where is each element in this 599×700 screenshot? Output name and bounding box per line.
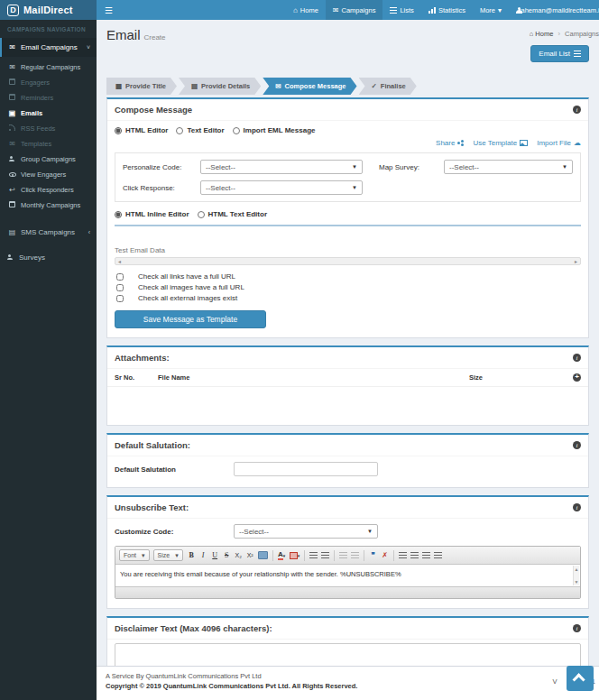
insert-table-icon[interactable]: ▾ [289, 550, 301, 561]
check-links-checkbox[interactable] [116, 273, 124, 281]
superscript-icon[interactable]: X² [245, 550, 255, 561]
breadcrumb: ⌂ Home › Campaigns [530, 30, 599, 38]
nav-user-menu[interactable]: raheman@maildirectteam.in [509, 0, 599, 20]
nav-campaigns[interactable]: ✉ Campaigns [326, 0, 383, 20]
font-dropdown[interactable]: Font ▾ [119, 549, 150, 561]
html-editor-label[interactable]: HTML Editor [125, 126, 168, 134]
share-link[interactable]: Share [436, 139, 464, 147]
import-eml-radio[interactable] [233, 127, 240, 134]
remove-format-icon[interactable]: ✗ [380, 550, 390, 561]
list-icon [574, 51, 581, 57]
indent-icon[interactable] [350, 550, 360, 561]
subscript-icon[interactable]: X₂ [234, 550, 244, 561]
sidebar-item-monthly-campaigns[interactable]: Monthly Campaigns [0, 198, 97, 213]
unsubscribe-text-editor-body[interactable]: You are receiving this email because of … [115, 565, 580, 586]
info-icon[interactable]: i [573, 503, 581, 511]
sidebar-item-email-campaigns[interactable]: ✉ Email Campaigns ˅ [0, 38, 97, 57]
info-icon[interactable]: i [573, 624, 581, 632]
nav-lists[interactable]: Lists [382, 0, 420, 20]
info-icon[interactable]: i [573, 441, 581, 449]
html-editor-radio[interactable] [115, 127, 122, 134]
sidebar-item-regular-campaigns[interactable]: ✉ Regular Campaigns [0, 60, 97, 75]
underline-icon[interactable]: U [210, 550, 220, 561]
scroll-left-icon[interactable]: ◄ [117, 259, 122, 264]
breadcrumb-home[interactable]: Home [535, 30, 553, 38]
email-list-button[interactable]: Email List [530, 45, 589, 62]
align-right-icon[interactable] [421, 550, 431, 561]
sidebar-item-label: View Engagers [21, 170, 66, 179]
tab-finalise[interactable]: ✓ Finalise [359, 78, 417, 95]
tab-provide-details[interactable]: ▤ Provide Details [179, 78, 261, 95]
unordered-list-icon[interactable] [320, 550, 330, 561]
align-justify-icon[interactable] [433, 550, 443, 561]
size-dropdown[interactable]: Size ▾ [153, 549, 183, 561]
sidebar-item-sms-campaigns[interactable]: ▤ SMS Campaigns ‹ [0, 223, 97, 242]
eye-icon [8, 170, 16, 179]
import-file-link[interactable]: Import File ☁ [537, 139, 581, 147]
sidebar-item-surveys[interactable]: Surveys [0, 247, 97, 268]
personalize-code-select[interactable]: --Select-- ▼ [200, 160, 363, 174]
attachments-panel: Attachments: i Sr No. File Name Size + [106, 345, 589, 426]
sidebar-item-engagers[interactable]: Engagers [0, 75, 97, 90]
text-color-icon[interactable]: A▾ [277, 550, 287, 561]
panel-title: Unsubscribe Text: [115, 502, 189, 512]
outdent-icon[interactable] [338, 550, 348, 561]
align-center-icon[interactable] [410, 550, 419, 561]
nav-statistics[interactable]: Statistics [421, 0, 473, 20]
check-links-label[interactable]: Check all links have a full URL [138, 272, 235, 281]
info-icon[interactable]: i [573, 354, 581, 362]
inline-editor-radios: HTML Inline Editor HTML Text Editor [115, 210, 581, 218]
default-salutation-input[interactable] [234, 462, 378, 476]
user-email: raheman@maildirectteam.in [519, 6, 599, 14]
html-text-editor-label[interactable]: HTML Text Editor [208, 210, 267, 218]
insert-image-icon[interactable] [257, 550, 269, 561]
sidebar-item-rss-feeds[interactable]: RSS Feeds [0, 121, 97, 136]
check-images-checkbox[interactable] [116, 284, 124, 291]
click-response-select[interactable]: --Select-- ▼ [200, 180, 363, 195]
customize-code-select[interactable]: --Select-- ▼ [234, 524, 378, 539]
align-left-icon[interactable] [398, 550, 408, 561]
editor-vertical-scrollbar[interactable]: ▲▼ [573, 566, 579, 585]
scroll-to-top-button[interactable] [567, 666, 594, 691]
import-eml-label[interactable]: Import EML Message [244, 126, 316, 134]
inline-editor-area[interactable] [115, 226, 581, 244]
check-external-images-checkbox[interactable] [116, 295, 124, 302]
use-template-link[interactable]: Use Template [473, 139, 528, 147]
strikethrough-icon[interactable]: S [222, 550, 232, 561]
horizontal-scrollbar[interactable]: ◄ ► [115, 257, 581, 265]
map-survey-select[interactable]: --Select-- ▼ [444, 160, 573, 174]
save-message-as-template-button[interactable]: Save Message as Template [115, 310, 266, 328]
tab-compose-message[interactable]: ✉ Compose Message [263, 78, 356, 95]
ordered-list-icon[interactable] [309, 550, 318, 561]
html-inline-editor-radio[interactable] [115, 211, 122, 218]
tab-provide-title[interactable]: ▦ Provide Title [106, 78, 177, 95]
caret-down-icon: ▾ [142, 552, 145, 559]
html-inline-editor-label[interactable]: HTML Inline Editor [125, 210, 189, 218]
text-editor-label[interactable]: Text Editor [187, 126, 224, 134]
sidebar-item-reminders[interactable]: Reminders [0, 90, 97, 106]
brand-name: MailDirect [23, 5, 73, 15]
add-attachment-icon[interactable]: + [573, 373, 581, 382]
sidebar-item-view-engagers[interactable]: View Engagers [0, 167, 97, 182]
scroll-right-icon[interactable]: ► [574, 259, 578, 264]
panel-title: Compose Message [115, 105, 192, 115]
check-images-label[interactable]: Check all images have a full URL [138, 283, 244, 291]
sidebar-item-label: RSS Feeds [21, 124, 55, 133]
html-text-editor-radio[interactable] [198, 211, 205, 218]
disclaimer-textarea[interactable] [115, 643, 581, 666]
nav-home[interactable]: ⌂ Home [286, 0, 326, 20]
text-editor-radio[interactable] [176, 127, 183, 134]
check-external-images-label[interactable]: Check all external images exist [138, 294, 237, 302]
brand-logo[interactable]: D MailDirect [0, 0, 97, 20]
italic-icon[interactable]: I [198, 550, 208, 561]
info-icon[interactable]: i [573, 106, 581, 114]
sidebar-item-templates[interactable]: ✉ Templates [0, 136, 97, 152]
nav-more[interactable]: More ▾ [473, 0, 509, 20]
sidebar-item-emails[interactable]: ▣ Emails [0, 106, 97, 121]
sidebar-item-group-campaigns[interactable]: Group Campaigns [0, 152, 97, 167]
font-dropdown-label: Font [124, 552, 136, 558]
sidebar-toggle-icon[interactable]: ☰ [97, 0, 121, 20]
bold-icon[interactable]: B [187, 550, 197, 561]
blockquote-icon[interactable]: ❞ [368, 550, 378, 561]
sidebar-item-click-responders[interactable]: ↩ Click Responders [0, 182, 97, 198]
